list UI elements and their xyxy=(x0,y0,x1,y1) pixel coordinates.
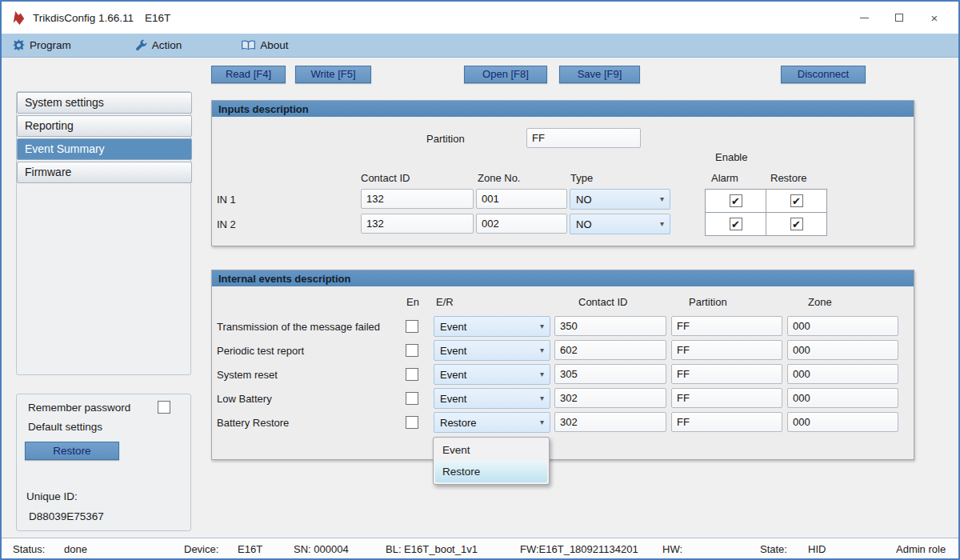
menu-about[interactable]: About xyxy=(234,34,296,57)
close-button[interactable]: × xyxy=(917,2,952,34)
event-row-er-select[interactable]: Restore ▾ xyxy=(434,412,550,433)
col-restore: Restore xyxy=(770,172,807,184)
menu-about-label: About xyxy=(260,39,288,51)
event-row-contact-input[interactable]: 350 xyxy=(554,316,666,336)
misc-panel: Remember password ✔ Default settings Res… xyxy=(16,394,191,531)
col-ie-zone: Zone xyxy=(808,296,832,308)
menu-program-label: Program xyxy=(30,39,71,51)
serial-number: SN: 000004 xyxy=(294,543,349,555)
er-value: Event xyxy=(440,321,466,333)
restore-defaults-button[interactable]: Restore xyxy=(25,442,119,460)
chevron-down-icon: ▾ xyxy=(660,219,664,228)
er-value: Restore xyxy=(440,417,477,429)
event-row-er-select[interactable]: Event ▾ xyxy=(434,388,550,409)
internal-events-panel: Internal events description En E/R Conta… xyxy=(211,270,914,460)
menu-program[interactable]: Program xyxy=(5,34,79,57)
in2-alarm-cell: ✔ xyxy=(705,212,766,236)
status-bar: Status: done Device: E16T SN: 000004 BL:… xyxy=(2,538,958,558)
event-row-zone-input[interactable]: 000 xyxy=(787,340,898,360)
sidebar-item-firmware[interactable]: Firmware xyxy=(17,162,192,183)
event-row-er-select[interactable]: Event ▾ xyxy=(434,340,550,361)
in1-label: IN 1 xyxy=(217,194,236,206)
chevron-down-icon: ▾ xyxy=(540,418,544,426)
maximize-button[interactable] xyxy=(882,2,917,34)
in2-restore-checkbox[interactable]: ✔ xyxy=(790,218,803,230)
hardware: HW: xyxy=(662,543,682,555)
event-row-contact-input[interactable]: 302 xyxy=(554,388,666,408)
in1-type-select[interactable]: NO ▾ xyxy=(570,189,670,210)
in1-alarm-checkbox[interactable]: ✔ xyxy=(730,194,742,207)
status-value: done xyxy=(64,543,87,555)
event-row-label: Periodic test report xyxy=(217,345,304,357)
event-row-partition-input[interactable]: FF xyxy=(671,340,782,360)
col-contact-id: Contact ID xyxy=(361,172,410,184)
disconnect-button[interactable]: Disconnect xyxy=(781,66,866,83)
event-row-zone-input[interactable]: 000 xyxy=(787,412,898,432)
in1-contact-id-input[interactable]: 132 xyxy=(361,189,474,209)
app-logo-icon xyxy=(13,11,25,25)
in1-zone-no-input[interactable]: 001 xyxy=(476,189,567,209)
event-row-label: Transmission of the message failed xyxy=(217,321,380,333)
in2-contact-id-input[interactable]: 132 xyxy=(361,214,474,234)
in2-type-value: NO xyxy=(576,218,592,230)
col-zone-no: Zone No. xyxy=(478,172,520,184)
event-row-en-checkbox[interactable]: ✔ xyxy=(406,344,418,357)
remember-password-checkbox[interactable]: ✔ xyxy=(158,401,170,414)
event-row-zone-input[interactable]: 000 xyxy=(787,364,898,384)
sidebar-item-reporting[interactable]: Reporting xyxy=(17,115,192,137)
in2-type-select[interactable]: NO ▾ xyxy=(570,214,670,234)
sidebar-item-event-summary[interactable]: Event Summary xyxy=(17,138,192,160)
enable-label: Enable xyxy=(715,151,747,163)
dropdown-option-event[interactable]: Event xyxy=(435,439,547,461)
remember-password-label: Remember password xyxy=(28,402,130,414)
window-controls: × xyxy=(846,2,952,34)
event-row-partition-input[interactable]: FF xyxy=(671,388,782,408)
minimize-icon xyxy=(860,18,869,18)
menu-action[interactable]: Action xyxy=(127,34,190,57)
in2-label: IN 2 xyxy=(217,218,236,230)
event-row-er-select[interactable]: Event ▾ xyxy=(434,364,550,385)
in2-restore-cell: ✔ xyxy=(766,212,827,236)
write-button[interactable]: Write [F5] xyxy=(295,66,371,83)
event-row-zone-input[interactable]: 000 xyxy=(787,316,898,336)
event-row-partition-input[interactable]: FF xyxy=(671,316,782,336)
save-button[interactable]: Save [F9] xyxy=(559,66,640,83)
event-row-en-checkbox[interactable]: ✔ xyxy=(406,320,418,333)
event-row-en-checkbox[interactable]: ✔ xyxy=(406,368,418,381)
event-row-er-select[interactable]: Event ▾ xyxy=(434,316,550,337)
sidebar-item-system-settings[interactable]: System settings xyxy=(17,92,192,114)
app-window: TrikdisConfig 1.66.11 E16T × Program Act… xyxy=(0,0,960,560)
event-row-contact-input[interactable]: 302 xyxy=(554,412,666,432)
col-ie-contact: Contact ID xyxy=(578,296,627,308)
checkmark-icon: ✔ xyxy=(792,196,801,206)
window-title: TrikdisConfig 1.66.11 xyxy=(33,12,134,24)
event-row-en-checkbox[interactable]: ✔ xyxy=(406,392,418,405)
partition-input[interactable]: FF xyxy=(526,128,641,148)
col-type: Type xyxy=(570,172,593,184)
event-row-label: System reset xyxy=(217,369,278,381)
checkmark-icon: ✔ xyxy=(731,219,740,230)
unique-id-value: D88039E75367 xyxy=(29,510,104,522)
chevron-down-icon: ▾ xyxy=(540,394,544,402)
dropdown-option-restore[interactable]: Restore xyxy=(435,461,547,482)
status-label: Status: xyxy=(13,543,45,555)
event-row-partition-input[interactable]: FF xyxy=(671,412,782,432)
event-row-partition-input[interactable]: FF xyxy=(671,364,782,384)
read-button[interactable]: Read [F4] xyxy=(211,66,286,83)
in1-restore-checkbox[interactable]: ✔ xyxy=(790,194,803,207)
device-label: Device: xyxy=(184,543,218,555)
event-row-zone-input[interactable]: 000 xyxy=(787,388,898,408)
gear-icon xyxy=(13,39,25,51)
event-row-label: Low Battery xyxy=(217,393,272,405)
open-button[interactable]: Open [F8] xyxy=(464,66,547,83)
inputs-description-title: Inputs description xyxy=(212,101,914,115)
event-row-contact-input[interactable]: 602 xyxy=(554,340,666,360)
event-row-en-checkbox[interactable]: ✔ xyxy=(406,416,418,429)
chevron-down-icon: ▾ xyxy=(540,370,544,378)
title-bar: TrikdisConfig 1.66.11 E16T × xyxy=(2,2,958,34)
er-dropdown-popup: Event Restore xyxy=(433,437,550,485)
event-row-contact-input[interactable]: 305 xyxy=(554,364,666,384)
in2-alarm-checkbox[interactable]: ✔ xyxy=(730,218,742,230)
minimize-button[interactable] xyxy=(846,2,882,34)
in2-zone-no-input[interactable]: 002 xyxy=(476,214,567,234)
